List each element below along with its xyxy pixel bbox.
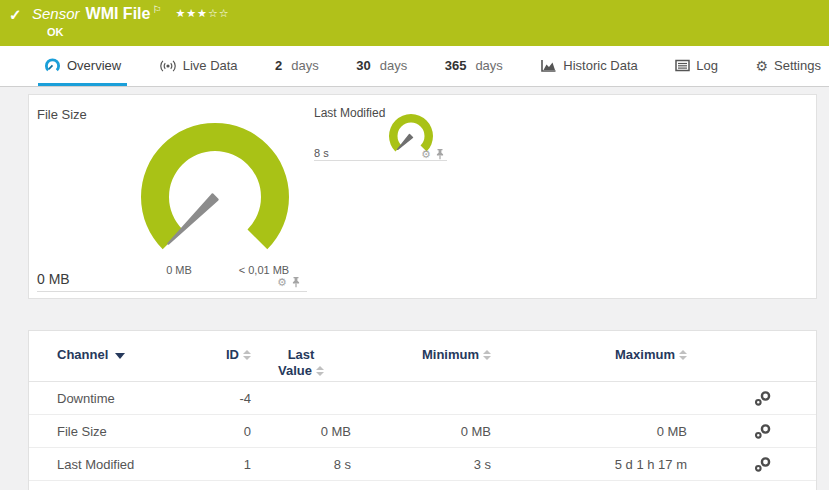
primary-gauge-title: File Size: [37, 107, 87, 122]
divider: [37, 291, 307, 292]
cell-id: 0: [197, 424, 251, 439]
tab-label: days: [380, 58, 407, 73]
column-label: Maximum: [615, 347, 675, 362]
cell-minimum: 3 s: [351, 457, 491, 472]
gear-icon[interactable]: ⚙: [421, 149, 431, 160]
sort-icon: [483, 350, 491, 360]
gauge-scale-max: < 0,01 MB: [229, 264, 299, 276]
column-header-channel[interactable]: Channel: [29, 347, 197, 362]
flag-icon[interactable]: ⚐: [152, 4, 161, 15]
gauges-panel: File Size 0 MB < 0,01 MB 0 MB ⚙ Last Mod…: [28, 94, 817, 299]
column-header-minimum[interactable]: Minimum: [351, 347, 491, 362]
cell-last-value: 0 MB: [251, 424, 351, 439]
cell-channel[interactable]: Downtime: [29, 391, 197, 406]
gauge-icon: [44, 57, 61, 73]
tab-live-data[interactable]: Live Data: [153, 58, 244, 86]
tab-overview[interactable]: Overview: [38, 57, 127, 86]
priority-stars[interactable]: ★★★☆☆: [175, 7, 229, 20]
content-area: File Size 0 MB < 0,01 MB 0 MB ⚙ Last Mod…: [0, 87, 829, 490]
pin-icon[interactable]: [435, 148, 445, 160]
historic-chart-icon: [540, 59, 557, 73]
tab-label: Live Data: [183, 58, 238, 73]
divider: [314, 160, 447, 161]
cell-maximum: 5 d 1 h 17 m: [491, 457, 687, 472]
tab-number: 30: [356, 58, 370, 73]
column-header-last-value[interactable]: Last Value: [251, 347, 351, 380]
cell-channel[interactable]: File Size: [29, 424, 197, 439]
sort-desc-icon: [115, 353, 125, 359]
tab-label: days: [291, 58, 318, 73]
tab-30-days[interactable]: 30 days: [350, 58, 413, 86]
column-label: Value: [278, 363, 312, 379]
tab-label: Historic Data: [563, 58, 637, 73]
sensor-type-label: Sensor: [32, 5, 80, 22]
gauge-scale-min: 0 MB: [157, 264, 201, 276]
tab-number: 2: [275, 58, 282, 73]
tab-label: Settings: [774, 58, 821, 73]
cell-id: -4: [197, 391, 251, 406]
cell-maximum: 0 MB: [491, 424, 687, 439]
sort-icon: [316, 366, 324, 376]
tab-label: days: [475, 58, 502, 73]
channel-settings-icon[interactable]: [754, 456, 772, 473]
tab-365-days[interactable]: 365 days: [439, 58, 509, 86]
tab-2-days[interactable]: 2 days: [269, 58, 325, 86]
tab-label: Log: [696, 58, 718, 73]
gauge-needle: [168, 194, 217, 243]
status-badge: OK: [47, 26, 819, 38]
live-data-icon: [159, 59, 177, 73]
check-icon: ✓: [9, 6, 22, 24]
cell-channel[interactable]: Last Modified: [29, 457, 197, 472]
channel-settings-icon[interactable]: [754, 423, 772, 440]
secondary-gauge-value: 8 s: [314, 147, 329, 159]
log-icon: [675, 59, 690, 72]
gear-icon: ⚙: [755, 59, 768, 73]
tab-bar: Overview Live Data 2 days 30 days 365 da…: [0, 46, 829, 87]
secondary-gauge-title: Last Modified: [314, 106, 385, 120]
table-header-row: Channel ID Last Value Minimum Maximum: [29, 331, 816, 382]
primary-gauge-value: 0 MB: [37, 271, 70, 287]
gear-icon[interactable]: ⚙: [277, 277, 287, 288]
pin-icon[interactable]: [291, 276, 301, 288]
channels-table: Channel ID Last Value Minimum Maximum: [28, 330, 817, 490]
tab-log[interactable]: Log: [669, 58, 724, 86]
sensor-status-header: ✓ Sensor WMI File ⚐ ★★★☆☆ OK: [0, 0, 829, 46]
column-header-maximum[interactable]: Maximum: [491, 347, 687, 362]
file-size-gauge: [135, 117, 295, 277]
cell-minimum: 0 MB: [351, 424, 491, 439]
table-row[interactable]: Last Modified 1 8 s 3 s 5 d 1 h 17 m: [29, 448, 816, 481]
channel-settings-icon[interactable]: [754, 390, 772, 407]
column-label: Minimum: [422, 347, 479, 362]
column-label: Last: [288, 347, 315, 363]
tab-historic-data[interactable]: Historic Data: [534, 58, 643, 86]
tab-label: Overview: [67, 58, 121, 73]
cell-last-value: 8 s: [251, 457, 351, 472]
sort-icon: [679, 350, 687, 360]
sensor-name: WMI File: [86, 5, 151, 23]
tab-number: 365: [445, 58, 467, 73]
column-label: ID: [226, 347, 239, 362]
table-row[interactable]: Downtime -4: [29, 382, 816, 415]
cell-id: 1: [197, 457, 251, 472]
table-row[interactable]: File Size 0 0 MB 0 MB 0 MB: [29, 415, 816, 448]
column-label: Channel: [57, 347, 108, 362]
column-header-id[interactable]: ID: [197, 347, 251, 362]
sort-icon: [243, 350, 251, 360]
tab-settings[interactable]: ⚙ Settings: [749, 58, 827, 86]
gauge-needle: [398, 135, 413, 150]
